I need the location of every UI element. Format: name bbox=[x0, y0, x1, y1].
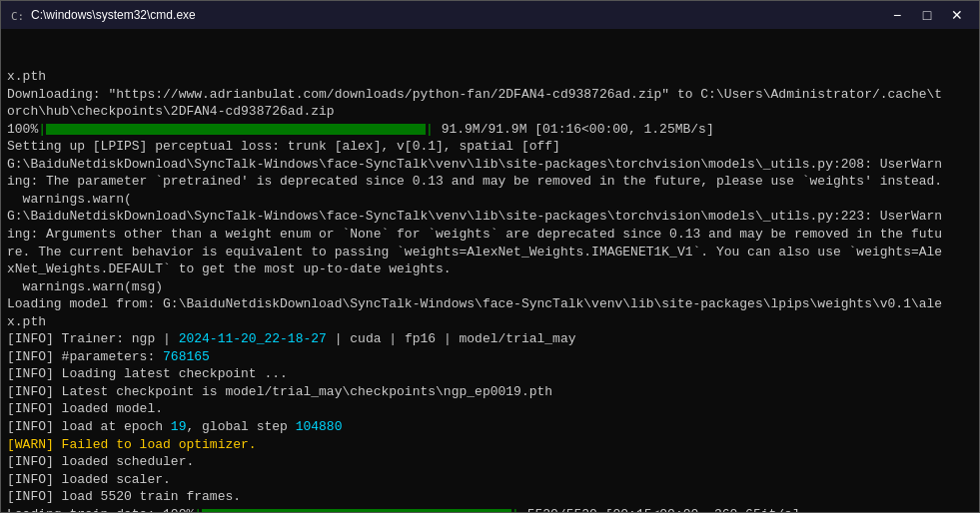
terminal-line: [INFO] loaded scheduler. bbox=[7, 453, 973, 471]
terminal-line: ing: The parameter `pretrained' is depre… bbox=[7, 173, 973, 191]
terminal-output: x.pthDownloading: "https://www.adrianbul… bbox=[1, 29, 979, 512]
terminal-line: Loading model from: G:\BaiduNetdiskDownl… bbox=[7, 295, 973, 313]
terminal-line: [INFO] loaded scaler. bbox=[7, 471, 973, 489]
terminal-line: warnings.warn(msg) bbox=[7, 278, 973, 296]
terminal-line: ing: Arguments other than a weight enum … bbox=[7, 226, 973, 244]
terminal-line: [INFO] Latest checkpoint is model/trial_… bbox=[7, 383, 973, 401]
terminal-line: [INFO] Loading latest checkpoint ... bbox=[7, 365, 973, 383]
terminal-line: [INFO] loaded model. bbox=[7, 400, 973, 418]
terminal-line: re. The current behavior is equivalent t… bbox=[7, 244, 973, 261]
minimize-button[interactable]: − bbox=[883, 4, 911, 26]
terminal-line: [INFO] Trainer: ngp | 2024-11-20_22-18-2… bbox=[7, 330, 973, 348]
terminal-line: Loading train data: 100%|| 5520/5520 [00… bbox=[7, 506, 973, 512]
terminal-line: [INFO] load 5520 train frames. bbox=[7, 488, 973, 506]
terminal-line: [INFO] load at epoch 19, global step 104… bbox=[7, 418, 973, 436]
terminal-line: [INFO] #parameters: 768165 bbox=[7, 348, 973, 366]
svg-text:C:\: C:\ bbox=[11, 10, 25, 23]
close-button[interactable]: ✕ bbox=[943, 4, 971, 26]
terminal-line: 100%|| 91.9M/91.9M [01:16<00:00, 1.25MB/… bbox=[7, 121, 973, 139]
terminal-line: G:\BaiduNetdiskDownload\SyncTalk-Windows… bbox=[7, 208, 973, 226]
terminal-line: x.pth bbox=[7, 313, 973, 331]
window-title: C:\windows\system32\cmd.exe bbox=[31, 8, 196, 22]
maximize-button[interactable]: □ bbox=[913, 4, 941, 26]
title-bar-left: C:\ C:\windows\system32\cmd.exe bbox=[9, 7, 196, 23]
terminal-line: Setting up [LPIPS] perceptual loss: trun… bbox=[7, 138, 973, 156]
terminal-line: x.pth bbox=[7, 68, 973, 86]
terminal-line: G:\BaiduNetdiskDownload\SyncTalk-Windows… bbox=[7, 156, 973, 174]
window-controls: − □ ✕ bbox=[883, 4, 971, 26]
terminal-line: [WARN] Failed to load optimizer. bbox=[7, 436, 973, 454]
cmd-window: C:\ C:\windows\system32\cmd.exe − □ ✕ x.… bbox=[0, 0, 980, 513]
terminal-line: xNet_Weights.DEFAULT` to get the most up… bbox=[7, 260, 973, 278]
cmd-icon: C:\ bbox=[9, 7, 25, 23]
terminal-line: Downloading: "https://www.adrianbulat.co… bbox=[7, 86, 973, 104]
terminal-line: warnings.warn( bbox=[7, 191, 973, 209]
terminal-line: orch\hub\checkpoints\2DFAN4-cd938726ad.z… bbox=[7, 103, 973, 121]
title-bar: C:\ C:\windows\system32\cmd.exe − □ ✕ bbox=[1, 1, 979, 29]
